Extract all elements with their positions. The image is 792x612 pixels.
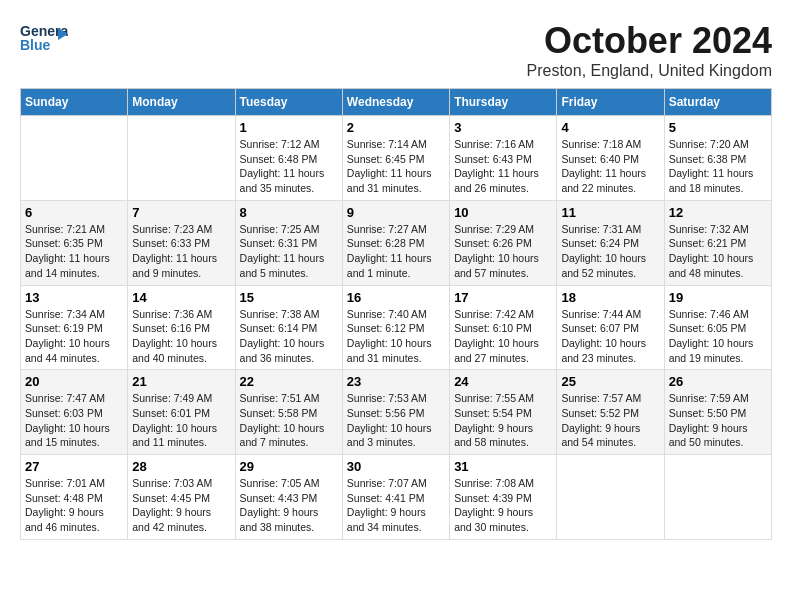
cell-info: Sunrise: 7:23 AMSunset: 6:33 PMDaylight:… bbox=[132, 222, 230, 281]
cell-info: Sunrise: 7:07 AMSunset: 4:41 PMDaylight:… bbox=[347, 476, 445, 535]
header-day-sunday: Sunday bbox=[21, 89, 128, 116]
calendar-cell: 28Sunrise: 7:03 AMSunset: 4:45 PMDayligh… bbox=[128, 455, 235, 540]
day-number: 11 bbox=[561, 205, 659, 220]
calendar-cell: 9Sunrise: 7:27 AMSunset: 6:28 PMDaylight… bbox=[342, 200, 449, 285]
calendar-week-5: 27Sunrise: 7:01 AMSunset: 4:48 PMDayligh… bbox=[21, 455, 772, 540]
cell-info: Sunrise: 7:53 AMSunset: 5:56 PMDaylight:… bbox=[347, 391, 445, 450]
day-number: 15 bbox=[240, 290, 338, 305]
day-number: 30 bbox=[347, 459, 445, 474]
svg-text:Blue: Blue bbox=[20, 37, 51, 53]
cell-info: Sunrise: 7:44 AMSunset: 6:07 PMDaylight:… bbox=[561, 307, 659, 366]
cell-info: Sunrise: 7:21 AMSunset: 6:35 PMDaylight:… bbox=[25, 222, 123, 281]
calendar-cell: 24Sunrise: 7:55 AMSunset: 5:54 PMDayligh… bbox=[450, 370, 557, 455]
cell-info: Sunrise: 7:18 AMSunset: 6:40 PMDaylight:… bbox=[561, 137, 659, 196]
day-number: 18 bbox=[561, 290, 659, 305]
cell-info: Sunrise: 7:51 AMSunset: 5:58 PMDaylight:… bbox=[240, 391, 338, 450]
cell-info: Sunrise: 7:31 AMSunset: 6:24 PMDaylight:… bbox=[561, 222, 659, 281]
day-number: 10 bbox=[454, 205, 552, 220]
day-number: 29 bbox=[240, 459, 338, 474]
calendar-cell: 18Sunrise: 7:44 AMSunset: 6:07 PMDayligh… bbox=[557, 285, 664, 370]
calendar-cell: 2Sunrise: 7:14 AMSunset: 6:45 PMDaylight… bbox=[342, 116, 449, 201]
calendar-week-2: 6Sunrise: 7:21 AMSunset: 6:35 PMDaylight… bbox=[21, 200, 772, 285]
calendar-cell bbox=[664, 455, 771, 540]
calendar-cell: 6Sunrise: 7:21 AMSunset: 6:35 PMDaylight… bbox=[21, 200, 128, 285]
calendar-cell: 20Sunrise: 7:47 AMSunset: 6:03 PMDayligh… bbox=[21, 370, 128, 455]
calendar-week-3: 13Sunrise: 7:34 AMSunset: 6:19 PMDayligh… bbox=[21, 285, 772, 370]
cell-info: Sunrise: 7:12 AMSunset: 6:48 PMDaylight:… bbox=[240, 137, 338, 196]
day-number: 5 bbox=[669, 120, 767, 135]
cell-info: Sunrise: 7:14 AMSunset: 6:45 PMDaylight:… bbox=[347, 137, 445, 196]
cell-info: Sunrise: 7:03 AMSunset: 4:45 PMDaylight:… bbox=[132, 476, 230, 535]
day-number: 3 bbox=[454, 120, 552, 135]
calendar-cell: 1Sunrise: 7:12 AMSunset: 6:48 PMDaylight… bbox=[235, 116, 342, 201]
cell-info: Sunrise: 7:05 AMSunset: 4:43 PMDaylight:… bbox=[240, 476, 338, 535]
cell-info: Sunrise: 7:25 AMSunset: 6:31 PMDaylight:… bbox=[240, 222, 338, 281]
calendar-cell: 8Sunrise: 7:25 AMSunset: 6:31 PMDaylight… bbox=[235, 200, 342, 285]
calendar-cell: 12Sunrise: 7:32 AMSunset: 6:21 PMDayligh… bbox=[664, 200, 771, 285]
day-number: 16 bbox=[347, 290, 445, 305]
day-number: 12 bbox=[669, 205, 767, 220]
day-number: 8 bbox=[240, 205, 338, 220]
logo-icon: General Blue bbox=[20, 20, 68, 56]
calendar-week-1: 1Sunrise: 7:12 AMSunset: 6:48 PMDaylight… bbox=[21, 116, 772, 201]
header-day-thursday: Thursday bbox=[450, 89, 557, 116]
calendar-cell: 25Sunrise: 7:57 AMSunset: 5:52 PMDayligh… bbox=[557, 370, 664, 455]
month-title: October 2024 bbox=[527, 20, 772, 62]
cell-info: Sunrise: 7:47 AMSunset: 6:03 PMDaylight:… bbox=[25, 391, 123, 450]
calendar-cell bbox=[557, 455, 664, 540]
cell-info: Sunrise: 7:57 AMSunset: 5:52 PMDaylight:… bbox=[561, 391, 659, 450]
calendar-cell: 17Sunrise: 7:42 AMSunset: 6:10 PMDayligh… bbox=[450, 285, 557, 370]
calendar-cell bbox=[128, 116, 235, 201]
calendar-cell: 22Sunrise: 7:51 AMSunset: 5:58 PMDayligh… bbox=[235, 370, 342, 455]
calendar-cell: 13Sunrise: 7:34 AMSunset: 6:19 PMDayligh… bbox=[21, 285, 128, 370]
cell-info: Sunrise: 7:46 AMSunset: 6:05 PMDaylight:… bbox=[669, 307, 767, 366]
logo: General Blue bbox=[20, 20, 68, 56]
day-number: 7 bbox=[132, 205, 230, 220]
calendar-cell: 31Sunrise: 7:08 AMSunset: 4:39 PMDayligh… bbox=[450, 455, 557, 540]
header-day-wednesday: Wednesday bbox=[342, 89, 449, 116]
day-number: 6 bbox=[25, 205, 123, 220]
calendar-cell: 4Sunrise: 7:18 AMSunset: 6:40 PMDaylight… bbox=[557, 116, 664, 201]
day-number: 1 bbox=[240, 120, 338, 135]
day-number: 17 bbox=[454, 290, 552, 305]
calendar-cell: 10Sunrise: 7:29 AMSunset: 6:26 PMDayligh… bbox=[450, 200, 557, 285]
location: Preston, England, United Kingdom bbox=[527, 62, 772, 80]
day-number: 20 bbox=[25, 374, 123, 389]
day-number: 26 bbox=[669, 374, 767, 389]
calendar-cell: 5Sunrise: 7:20 AMSunset: 6:38 PMDaylight… bbox=[664, 116, 771, 201]
header-day-saturday: Saturday bbox=[664, 89, 771, 116]
cell-info: Sunrise: 7:20 AMSunset: 6:38 PMDaylight:… bbox=[669, 137, 767, 196]
calendar-cell: 19Sunrise: 7:46 AMSunset: 6:05 PMDayligh… bbox=[664, 285, 771, 370]
day-number: 14 bbox=[132, 290, 230, 305]
calendar-cell: 15Sunrise: 7:38 AMSunset: 6:14 PMDayligh… bbox=[235, 285, 342, 370]
cell-info: Sunrise: 7:38 AMSunset: 6:14 PMDaylight:… bbox=[240, 307, 338, 366]
cell-info: Sunrise: 7:29 AMSunset: 6:26 PMDaylight:… bbox=[454, 222, 552, 281]
header-day-monday: Monday bbox=[128, 89, 235, 116]
day-number: 2 bbox=[347, 120, 445, 135]
title-block: October 2024 Preston, England, United Ki… bbox=[527, 20, 772, 80]
calendar-cell: 23Sunrise: 7:53 AMSunset: 5:56 PMDayligh… bbox=[342, 370, 449, 455]
calendar-cell: 3Sunrise: 7:16 AMSunset: 6:43 PMDaylight… bbox=[450, 116, 557, 201]
cell-info: Sunrise: 7:36 AMSunset: 6:16 PMDaylight:… bbox=[132, 307, 230, 366]
day-number: 13 bbox=[25, 290, 123, 305]
calendar-cell: 30Sunrise: 7:07 AMSunset: 4:41 PMDayligh… bbox=[342, 455, 449, 540]
day-number: 27 bbox=[25, 459, 123, 474]
cell-info: Sunrise: 7:16 AMSunset: 6:43 PMDaylight:… bbox=[454, 137, 552, 196]
calendar-cell: 21Sunrise: 7:49 AMSunset: 6:01 PMDayligh… bbox=[128, 370, 235, 455]
calendar-week-4: 20Sunrise: 7:47 AMSunset: 6:03 PMDayligh… bbox=[21, 370, 772, 455]
cell-info: Sunrise: 7:49 AMSunset: 6:01 PMDaylight:… bbox=[132, 391, 230, 450]
day-number: 21 bbox=[132, 374, 230, 389]
cell-info: Sunrise: 7:08 AMSunset: 4:39 PMDaylight:… bbox=[454, 476, 552, 535]
day-number: 4 bbox=[561, 120, 659, 135]
cell-info: Sunrise: 7:59 AMSunset: 5:50 PMDaylight:… bbox=[669, 391, 767, 450]
day-number: 28 bbox=[132, 459, 230, 474]
calendar-cell: 14Sunrise: 7:36 AMSunset: 6:16 PMDayligh… bbox=[128, 285, 235, 370]
calendar-cell: 29Sunrise: 7:05 AMSunset: 4:43 PMDayligh… bbox=[235, 455, 342, 540]
cell-info: Sunrise: 7:34 AMSunset: 6:19 PMDaylight:… bbox=[25, 307, 123, 366]
calendar-cell: 27Sunrise: 7:01 AMSunset: 4:48 PMDayligh… bbox=[21, 455, 128, 540]
cell-info: Sunrise: 7:27 AMSunset: 6:28 PMDaylight:… bbox=[347, 222, 445, 281]
header-day-tuesday: Tuesday bbox=[235, 89, 342, 116]
calendar-table: SundayMondayTuesdayWednesdayThursdayFrid… bbox=[20, 88, 772, 540]
day-number: 24 bbox=[454, 374, 552, 389]
cell-info: Sunrise: 7:55 AMSunset: 5:54 PMDaylight:… bbox=[454, 391, 552, 450]
